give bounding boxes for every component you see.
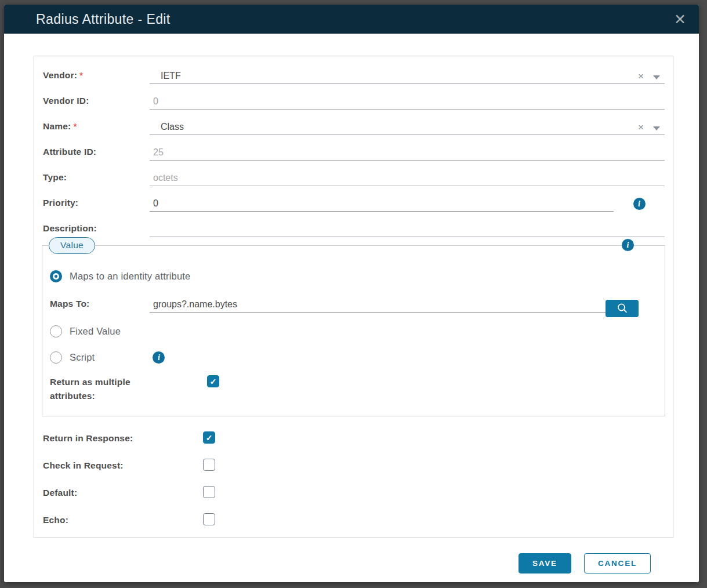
vendor-input[interactable] — [150, 69, 665, 84]
echo-label: Echo: — [43, 513, 150, 527]
maps-radio-label: Maps to an identity attribute — [70, 271, 191, 282]
chevron-down-icon[interactable] — [653, 75, 660, 79]
echo-row: Echo: — [43, 513, 665, 527]
close-icon[interactable]: ✕ — [669, 11, 691, 28]
dialog-header: Radius Attribute - Edit ✕ — [4, 5, 699, 34]
vendor-label: Vendor:* — [43, 70, 150, 84]
description-input[interactable] — [150, 222, 665, 237]
priority-info-icon[interactable]: i — [633, 198, 646, 210]
script-radio-label: Script — [70, 352, 95, 363]
vendor-field: × — [150, 68, 665, 84]
priority-label: Priority: — [43, 198, 150, 212]
maps-to-input[interactable] — [150, 297, 606, 312]
vendor-id-input — [150, 95, 665, 109]
option-rows: Return in Response: ✓ Check in Request: … — [34, 431, 673, 527]
check-in-request-checkbox[interactable] — [203, 459, 215, 471]
check-in-request-label: Check in Request: — [43, 459, 150, 473]
vendor-id-field — [150, 93, 665, 110]
priority-field — [150, 195, 614, 212]
default-row: Default: — [43, 486, 665, 500]
clear-icon[interactable]: × — [638, 122, 644, 132]
attribute-id-input — [150, 146, 665, 160]
type-field — [150, 170, 665, 186]
name-label: Name:* — [43, 121, 150, 135]
script-radio-row: Script i — [50, 351, 639, 364]
maps-to-field — [150, 296, 606, 313]
echo-checkbox[interactable] — [203, 513, 215, 525]
type-label: Type: — [43, 172, 150, 186]
description-row: Description: — [34, 221, 673, 237]
radius-attribute-edit-dialog: Radius Attribute - Edit ✕ Vendor:* × Ven… — [4, 5, 699, 582]
description-field — [150, 221, 665, 237]
cancel-button[interactable]: CANCEL — [584, 553, 651, 574]
script-radio[interactable] — [50, 351, 62, 364]
name-row: Name:* × — [34, 119, 673, 135]
search-button[interactable] — [606, 300, 639, 317]
maps-to-row: Maps To: — [50, 296, 639, 313]
description-label: Description: — [43, 223, 150, 237]
return-in-response-row: Return in Response: ✓ — [43, 431, 665, 445]
return-in-response-label: Return in Response: — [43, 431, 150, 445]
required-asterisk: * — [73, 121, 77, 131]
priority-row: Priority: i — [34, 195, 673, 212]
vendor-id-row: Vendor ID: — [34, 93, 673, 110]
maps-radio-row: Maps to an identity attribute — [50, 270, 639, 282]
default-label: Default: — [43, 486, 150, 500]
dialog-footer: SAVE CANCEL — [34, 538, 673, 574]
check-in-request-row: Check in Request: — [43, 459, 665, 473]
return-in-response-checkbox[interactable]: ✓ — [203, 431, 215, 444]
maps-to-identity-radio[interactable] — [50, 270, 62, 282]
default-checkbox[interactable] — [203, 486, 215, 498]
return-multiple-row: Return as multiple attributes: ✓ — [50, 375, 639, 403]
priority-input[interactable] — [150, 197, 614, 211]
required-asterisk: * — [79, 70, 83, 80]
clear-icon[interactable]: × — [638, 71, 644, 81]
fixed-value-radio[interactable] — [50, 325, 62, 337]
dialog-body: Vendor:* × Vendor ID: Name:* × — [4, 34, 699, 582]
fixed-value-radio-label: Fixed Value — [70, 326, 121, 337]
return-multiple-checkbox[interactable]: ✓ — [207, 375, 219, 387]
name-field: × — [150, 119, 665, 135]
value-panel-info-icon[interactable]: i — [622, 239, 634, 251]
attribute-id-field — [150, 144, 665, 161]
return-multiple-label: Return as multiple attributes: — [50, 375, 150, 403]
type-input — [150, 171, 665, 186]
chevron-down-icon[interactable] — [653, 126, 660, 130]
vendor-id-label: Vendor ID: — [43, 96, 150, 110]
dialog-title: Radius Attribute - Edit — [36, 12, 171, 27]
save-button[interactable]: SAVE — [519, 553, 571, 574]
fixed-value-radio-row: Fixed Value — [50, 325, 639, 337]
value-panel: Value i Maps to an identity attribute Ma… — [42, 245, 665, 416]
attribute-id-label: Attribute ID: — [43, 147, 150, 161]
value-tab[interactable]: Value — [49, 237, 95, 254]
attribute-form: Vendor:* × Vendor ID: Name:* × — [34, 56, 673, 538]
script-info-icon[interactable]: i — [153, 351, 165, 364]
vendor-row: Vendor:* × — [34, 68, 673, 84]
search-icon — [616, 302, 629, 315]
maps-to-label: Maps To: — [50, 299, 150, 313]
name-input[interactable] — [150, 120, 665, 135]
type-row: Type: — [34, 170, 673, 186]
attribute-id-row: Attribute ID: — [34, 144, 673, 161]
